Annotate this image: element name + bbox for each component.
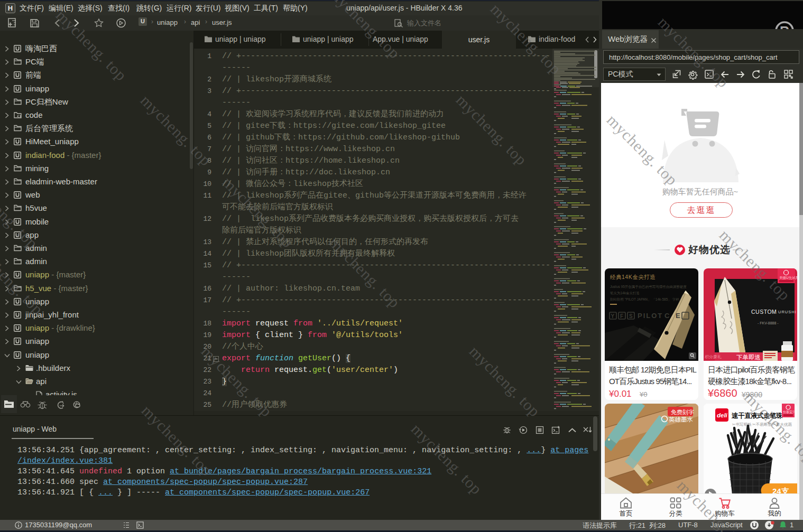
svg-text:Y: Y: [611, 313, 615, 319]
svg-text:C: C: [664, 312, 670, 320]
svg-text:✂书写顺畅 ✂不易断墨 ✂量大优惠: ✂书写顺畅 ✂不易断墨 ✂量大优惠: [732, 422, 792, 427]
svg-text:R: R: [780, 24, 789, 29]
svg-text:deli: deli: [717, 412, 728, 418]
svg-text:免费刻字: 免费刻字: [671, 409, 694, 415]
svg-text:英雄墨水: 英雄墨水: [669, 416, 693, 423]
svg-text:笔尖为14k金尖打造: 笔尖为14k金尖打造: [610, 291, 640, 295]
svg-text:PILOT: PILOT: [638, 312, 663, 320]
svg-text:速干直液式走笔珠: 速干直液式走笔珠: [731, 412, 783, 419]
svg-text:经典14K金尖打造: 经典14K金尖打造: [610, 274, 656, 280]
svg-text:E: E: [676, 312, 680, 320]
svg-text:Justus 95开创属于自己的书写与弹性自由调整硬度: Justus 95开创属于自己的书写与弹性自由调整硬度: [610, 285, 687, 289]
svg-text:刻印刻有 "PILOT JAPAN」 「14k-585」 字: 刻印刻有 "PILOT JAPAN」 「14k-585」 字样: [610, 297, 679, 301]
svg-text:URUSHI: URUSHI: [778, 310, 797, 314]
svg-text:下单即送: 下单即送: [736, 354, 761, 360]
svg-text:天猫U先试用: 天猫U先试用: [779, 276, 797, 280]
svg-text:积分豪礼: 积分豪礼: [705, 354, 722, 359]
svg-text:分墨宝贝: 分墨宝贝: [783, 410, 796, 414]
svg-text:F: F: [620, 313, 623, 319]
svg-text:CUSTOM: CUSTOM: [751, 309, 777, 315]
svg-text:S: S: [629, 313, 633, 319]
svg-text:- FKV-8888 -: - FKV-8888 -: [758, 321, 779, 325]
